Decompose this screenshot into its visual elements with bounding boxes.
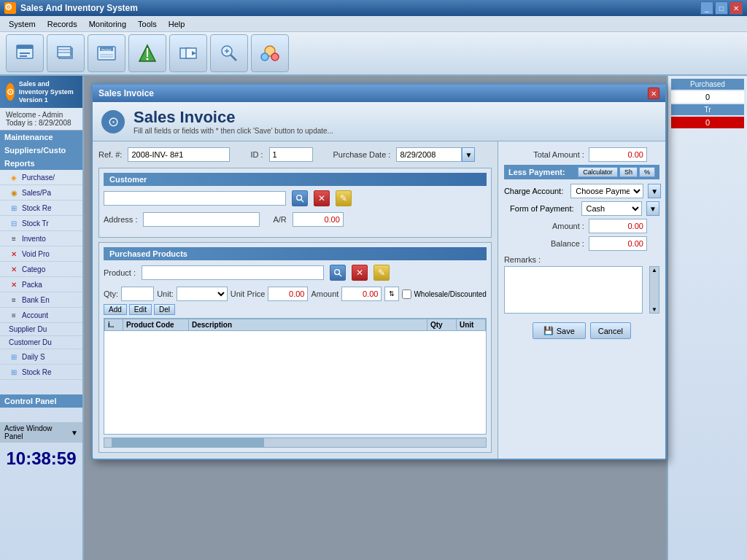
close-button[interactable]: ✕ bbox=[729, 1, 743, 15]
sidebar-item-stocktr[interactable]: ⊟ Stock Tr bbox=[0, 216, 82, 231]
charge-account-select[interactable]: Choose Payment bbox=[570, 184, 643, 198]
form-of-payment-select[interactable]: Cash bbox=[581, 201, 642, 216]
control-panel-section[interactable]: Control Panel bbox=[0, 394, 82, 408]
less-payment-label: Less Payment: bbox=[508, 168, 565, 176]
purchase-date-dropdown[interactable]: ▼ bbox=[462, 147, 475, 162]
sidebar-item-bank[interactable]: ≡ Bank En bbox=[0, 292, 82, 308]
toolbar-btn-4[interactable] bbox=[128, 34, 166, 72]
remarks-scroll-down[interactable]: ▼ bbox=[650, 306, 659, 313]
payment-amount-label: Amount : bbox=[504, 222, 584, 230]
menu-tools[interactable]: Tools bbox=[132, 18, 163, 30]
svg-line-28 bbox=[301, 200, 303, 202]
tr-value: 0 bbox=[671, 117, 744, 128]
toolbar-btn-3[interactable]: BANK bbox=[88, 34, 125, 72]
inventory-icon: ≡ bbox=[9, 233, 19, 244]
purchase-date-label: Purchase Date : bbox=[333, 150, 391, 159]
total-amount-row: Total Amount : bbox=[504, 147, 659, 162]
id-label: ID : bbox=[250, 150, 263, 159]
svg-line-21 bbox=[231, 55, 236, 61]
user-info: Welcome - Admin Today is : 8/29/2008 bbox=[0, 108, 82, 131]
menu-records[interactable]: Records bbox=[42, 18, 83, 30]
ref-input[interactable] bbox=[128, 147, 230, 162]
reports-section[interactable]: Reports bbox=[0, 157, 82, 170]
sidebar-item-purchase[interactable]: ◈ Purchase/ bbox=[0, 170, 82, 185]
add-product-button[interactable]: Add bbox=[104, 304, 127, 315]
svg-rect-1 bbox=[17, 45, 33, 49]
remarks-scroll-up[interactable]: ▲ bbox=[650, 267, 659, 273]
remarks-textarea[interactable] bbox=[504, 266, 643, 314]
toolbar-btn-5[interactable] bbox=[169, 34, 207, 72]
void-icon: ✕ bbox=[9, 249, 19, 259]
sh-button[interactable]: Sh bbox=[619, 167, 638, 177]
toolbar-btn-1[interactable] bbox=[6, 34, 44, 72]
customer-name-input[interactable] bbox=[104, 191, 286, 206]
save-button[interactable]: 💾 Save bbox=[533, 322, 586, 339]
products-section: Purchased Products Product : ✕ ✎ bbox=[98, 242, 492, 453]
sidebar-item-package[interactable]: ✕ Packa bbox=[0, 277, 82, 292]
minimize-button[interactable]: _ bbox=[700, 1, 713, 15]
purchase-date-input[interactable] bbox=[396, 147, 462, 162]
edit-product-button[interactable]: Edit bbox=[129, 304, 152, 315]
svg-point-29 bbox=[335, 270, 340, 275]
sidebar-item-sales[interactable]: ◉ Sales/Pa bbox=[0, 185, 82, 201]
sidebar-item-stockre2[interactable]: ⊞ Stock Re bbox=[0, 365, 82, 380]
suppliers-section[interactable]: Suppliers/Custo bbox=[0, 144, 82, 157]
sidebar-item-supplierdu[interactable]: Supplier Du bbox=[0, 323, 82, 336]
payment-amount-input[interactable] bbox=[589, 219, 647, 233]
unit-price-input[interactable] bbox=[268, 287, 308, 301]
del-product-button[interactable]: Del bbox=[154, 304, 175, 315]
ar-label: A/R bbox=[273, 215, 286, 224]
sidebar-item-account[interactable]: ≡ Account bbox=[0, 308, 82, 323]
payment-form-row: Form of Payment: Cash ▼ bbox=[504, 201, 659, 216]
toolbar-btn-2[interactable] bbox=[47, 34, 85, 72]
product-search-button[interactable] bbox=[330, 265, 346, 281]
clock-display: 10:38:59 bbox=[0, 443, 82, 475]
col-unit: Unit bbox=[456, 319, 485, 331]
right-panel: Purchased 0 Tr 0 bbox=[667, 76, 747, 560]
balance-input[interactable] bbox=[589, 236, 647, 251]
maintenance-section[interactable]: Maintenance bbox=[0, 131, 82, 144]
qty-stepper-button[interactable]: ⇅ bbox=[384, 287, 399, 301]
toolbar-btn-6[interactable] bbox=[210, 34, 248, 72]
address-input[interactable] bbox=[143, 212, 260, 227]
sidebar-item-inventory[interactable]: ≡ Invento bbox=[0, 231, 82, 246]
sidebar-item-daily[interactable]: ⊞ Daily S bbox=[0, 349, 82, 365]
menu-monitoring[interactable]: Monitoring bbox=[83, 18, 132, 30]
product-input[interactable] bbox=[142, 265, 324, 280]
table-scrollbar[interactable] bbox=[104, 438, 487, 448]
cancel-button[interactable]: Cancel bbox=[590, 322, 631, 339]
ar-input[interactable] bbox=[293, 212, 344, 227]
product-clear-button[interactable]: ✕ bbox=[352, 265, 368, 281]
calculator-button[interactable]: Calculator bbox=[578, 167, 618, 177]
remarks-scrollbar[interactable]: ▲ ▼ bbox=[649, 266, 659, 314]
menu-system[interactable]: System bbox=[3, 18, 42, 30]
modal-close-button[interactable]: ✕ bbox=[648, 88, 659, 99]
customer-edit-button[interactable]: ✎ bbox=[336, 190, 352, 206]
customer-clear-button[interactable]: ✕ bbox=[314, 190, 330, 206]
modal-body: Ref. #: ID : Purchase Date : ▼ bbox=[93, 141, 665, 459]
toolbar-btn-7[interactable] bbox=[251, 34, 289, 72]
sidebar-item-void[interactable]: ✕ Void Pro bbox=[0, 246, 82, 262]
sidebar-item-stockre[interactable]: ⊞ Stock Re bbox=[0, 201, 82, 216]
content-area: Sales Invoice ✕ ⊙ Sales Invoice Fill all… bbox=[84, 76, 667, 560]
customer-search-button[interactable] bbox=[292, 190, 308, 206]
maximize-button[interactable]: □ bbox=[715, 1, 728, 15]
remarks-section: Remarks : ▲ ▼ bbox=[504, 255, 659, 315]
active-window-panel[interactable]: Active Window Panel ▼ bbox=[0, 422, 82, 443]
balance-label: Balance : bbox=[504, 239, 584, 248]
sidebar-item-customerdu[interactable]: Customer Du bbox=[0, 336, 82, 349]
wholesale-checkbox[interactable] bbox=[402, 289, 411, 299]
unit-select[interactable] bbox=[177, 287, 228, 301]
sidebar-item-category[interactable]: ✕ Catego bbox=[0, 262, 82, 277]
stocktr-icon: ⊟ bbox=[9, 218, 19, 228]
payment-dropdown[interactable]: ▼ bbox=[646, 201, 659, 216]
total-amount-value[interactable] bbox=[589, 147, 647, 162]
charge-account-dropdown[interactable]: ▼ bbox=[648, 184, 661, 198]
amount-input[interactable] bbox=[341, 287, 382, 301]
id-input[interactable] bbox=[269, 147, 313, 162]
product-edit-button[interactable]: ✎ bbox=[374, 265, 390, 281]
percent-button[interactable]: % bbox=[639, 167, 655, 177]
qty-input[interactable] bbox=[121, 287, 154, 301]
menu-help[interactable]: Help bbox=[163, 18, 191, 30]
product-row: Product : ✕ ✎ bbox=[104, 265, 487, 281]
